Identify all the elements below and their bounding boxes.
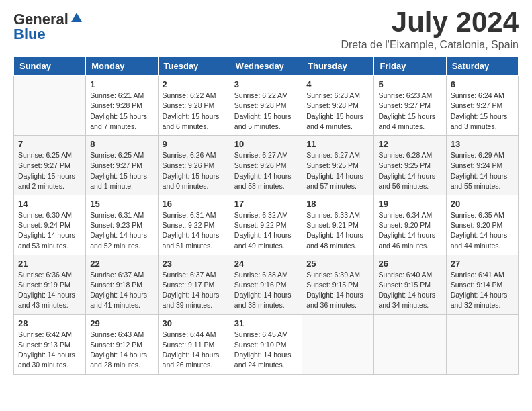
sunset-text: Sunset: 9:27 PM [378,101,431,109]
title-section: July 2024 Dreta de l'Eixample, Catalonia… [341,7,519,51]
sunrise-text: Sunrise: 6:28 AM [378,151,432,159]
logo-blue: Blue [13,26,46,43]
sunrise-text: Sunrise: 6:22 AM [234,91,288,99]
day-info: Sunrise: 6:33 AM Sunset: 9:21 PM Dayligh… [306,210,369,251]
calendar-header-sunday: Sunday [14,57,86,76]
day-info: Sunrise: 6:23 AM Sunset: 9:28 PM Dayligh… [306,91,369,132]
day-info: Sunrise: 6:45 AM Sunset: 9:10 PM Dayligh… [234,330,298,371]
day-number: 9 [163,139,226,149]
day-number: 8 [90,139,153,149]
day-number: 26 [378,259,441,269]
daylight-text: Daylight: 14 hours and 36 minutes. [306,291,363,309]
daylight-text: Daylight: 14 hours and 41 minutes. [90,291,147,309]
sunrise-text: Sunrise: 6:35 AM [451,211,504,219]
day-info: Sunrise: 6:41 AM Sunset: 9:14 PM Dayligh… [451,270,514,311]
sunrise-text: Sunrise: 6:40 AM [378,271,432,279]
calendar-cell [374,314,446,374]
sunrise-text: Sunrise: 6:33 AM [306,211,360,219]
day-number: 20 [451,199,514,209]
daylight-text: Daylight: 14 hours and 44 minutes. [451,231,508,249]
day-number: 19 [378,199,441,209]
location-text: Dreta de l'Eixample, Catalonia, Spain [341,39,519,51]
day-number: 3 [234,79,298,89]
sunset-text: Sunset: 9:16 PM [234,281,287,289]
day-number: 11 [306,139,369,149]
sunset-text: Sunset: 9:13 PM [18,340,71,349]
sunrise-text: Sunrise: 6:25 AM [18,151,72,159]
sunset-text: Sunset: 9:12 PM [90,340,142,349]
calendar-cell: 10 Sunrise: 6:27 AM Sunset: 9:26 PM Dayl… [230,136,302,195]
page-header: General Blue July 2024 Dreta de l'Eixamp… [13,7,519,51]
sunset-text: Sunset: 9:15 PM [306,281,359,289]
day-number: 22 [90,259,153,269]
sunrise-text: Sunrise: 6:43 AM [90,330,144,338]
daylight-text: Daylight: 14 hours and 51 minutes. [163,231,220,249]
calendar-cell: 12 Sunrise: 6:28 AM Sunset: 9:25 PM Dayl… [374,136,446,195]
day-info: Sunrise: 6:37 AM Sunset: 9:18 PM Dayligh… [90,270,153,311]
calendar-header-tuesday: Tuesday [158,57,230,76]
sunset-text: Sunset: 9:17 PM [163,281,215,289]
calendar-cell: 21 Sunrise: 6:36 AM Sunset: 9:19 PM Dayl… [14,255,86,314]
day-number: 24 [234,259,298,269]
calendar-cell: 4 Sunrise: 6:23 AM Sunset: 9:28 PM Dayli… [302,76,374,136]
day-number: 10 [234,139,298,149]
sunrise-text: Sunrise: 6:45 AM [234,330,288,338]
sunset-text: Sunset: 9:28 PM [306,101,359,109]
calendar-cell: 19 Sunrise: 6:34 AM Sunset: 9:20 PM Dayl… [374,195,446,255]
daylight-text: Daylight: 14 hours and 58 minutes. [234,172,292,190]
day-number: 6 [451,79,514,89]
day-info: Sunrise: 6:25 AM Sunset: 9:27 PM Dayligh… [18,150,81,191]
sunset-text: Sunset: 9:24 PM [451,161,503,169]
sunset-text: Sunset: 9:27 PM [18,161,71,169]
calendar-week-row: 1 Sunrise: 6:21 AM Sunset: 9:28 PM Dayli… [14,76,519,136]
calendar-cell: 22 Sunrise: 6:37 AM Sunset: 9:18 PM Dayl… [86,255,158,314]
calendar-header-monday: Monday [86,57,158,76]
logo: General Blue [13,11,83,43]
day-info: Sunrise: 6:40 AM Sunset: 9:15 PM Dayligh… [378,270,441,311]
day-info: Sunrise: 6:22 AM Sunset: 9:28 PM Dayligh… [234,91,298,132]
sunrise-text: Sunrise: 6:31 AM [163,211,216,219]
sunset-text: Sunset: 9:10 PM [234,340,287,349]
calendar-cell: 13 Sunrise: 6:29 AM Sunset: 9:24 PM Dayl… [446,136,518,195]
day-number: 1 [90,79,153,89]
calendar-header-friday: Friday [374,57,446,76]
daylight-text: Daylight: 14 hours and 52 minutes. [90,231,147,249]
calendar-cell: 5 Sunrise: 6:23 AM Sunset: 9:27 PM Dayli… [374,76,446,136]
day-number: 7 [18,139,81,149]
calendar-week-row: 21 Sunrise: 6:36 AM Sunset: 9:19 PM Dayl… [14,255,519,314]
daylight-text: Daylight: 14 hours and 53 minutes. [18,231,75,249]
day-number: 17 [234,199,298,209]
calendar-cell: 16 Sunrise: 6:31 AM Sunset: 9:22 PM Dayl… [158,195,230,255]
calendar-cell: 29 Sunrise: 6:43 AM Sunset: 9:12 PM Dayl… [86,314,158,374]
calendar-header-row: SundayMondayTuesdayWednesdayThursdayFrid… [14,57,519,76]
day-number: 30 [163,318,226,328]
calendar-week-row: 28 Sunrise: 6:42 AM Sunset: 9:13 PM Dayl… [14,314,519,374]
sunset-text: Sunset: 9:25 PM [306,161,359,169]
day-info: Sunrise: 6:38 AM Sunset: 9:16 PM Dayligh… [234,270,298,311]
calendar-cell: 24 Sunrise: 6:38 AM Sunset: 9:16 PM Dayl… [230,255,302,314]
sunset-text: Sunset: 9:20 PM [451,221,503,229]
sunrise-text: Sunrise: 6:41 AM [451,271,504,279]
svg-marker-0 [71,13,82,22]
sunset-text: Sunset: 9:24 PM [18,221,71,229]
day-info: Sunrise: 6:28 AM Sunset: 9:25 PM Dayligh… [378,150,441,191]
calendar-cell: 15 Sunrise: 6:31 AM Sunset: 9:23 PM Dayl… [86,195,158,255]
day-info: Sunrise: 6:34 AM Sunset: 9:20 PM Dayligh… [378,210,441,251]
sunset-text: Sunset: 9:19 PM [18,281,71,289]
sunrise-text: Sunrise: 6:36 AM [18,271,72,279]
daylight-text: Daylight: 15 hours and 7 minutes. [90,112,147,130]
calendar-cell: 27 Sunrise: 6:41 AM Sunset: 9:14 PM Dayl… [446,255,518,314]
calendar-cell [302,314,374,374]
sunrise-text: Sunrise: 6:25 AM [90,151,144,159]
day-info: Sunrise: 6:31 AM Sunset: 9:23 PM Dayligh… [90,210,153,251]
sunset-text: Sunset: 9:26 PM [234,161,287,169]
sunset-text: Sunset: 9:22 PM [163,221,215,229]
day-info: Sunrise: 6:42 AM Sunset: 9:13 PM Dayligh… [18,330,81,371]
calendar-cell: 2 Sunrise: 6:22 AM Sunset: 9:28 PM Dayli… [158,76,230,136]
sunrise-text: Sunrise: 6:31 AM [90,211,144,219]
calendar-cell: 3 Sunrise: 6:22 AM Sunset: 9:28 PM Dayli… [230,76,302,136]
sunrise-text: Sunrise: 6:34 AM [378,211,432,219]
day-info: Sunrise: 6:26 AM Sunset: 9:26 PM Dayligh… [163,150,226,191]
daylight-text: Daylight: 14 hours and 24 minutes. [234,351,292,369]
daylight-text: Daylight: 14 hours and 49 minutes. [234,231,292,249]
